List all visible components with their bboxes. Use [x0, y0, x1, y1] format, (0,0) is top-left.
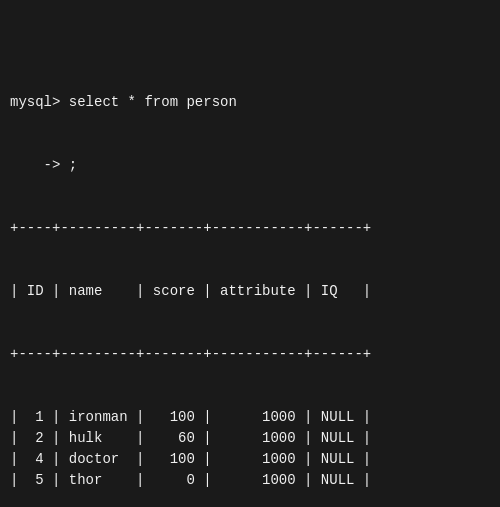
divider-top-block1: +----+---------+-------+-----------+----…	[10, 218, 490, 239]
query-block-1: mysql> select * from person -> ; +----+-…	[10, 50, 490, 507]
prompt-line-2-block1: -> ;	[10, 155, 490, 176]
table-row: | 5 | thor | 0 | 1000 | NULL |	[10, 470, 490, 491]
table-header-block1: | ID | name | score | attribute | IQ |	[10, 281, 490, 302]
divider-mid-block1: +----+---------+-------+-----------+----…	[10, 344, 490, 365]
table-rows-block1: | 1 | ironman | 100 | 1000 | NULL || 2 |…	[10, 407, 490, 491]
table-row: | 4 | doctor | 100 | 1000 | NULL |	[10, 449, 490, 470]
table-row: | 1 | ironman | 100 | 1000 | NULL |	[10, 407, 490, 428]
table-row: | 2 | hulk | 60 | 1000 | NULL |	[10, 428, 490, 449]
terminal-container: mysql> select * from person -> ; +----+-…	[10, 8, 490, 499]
prompt-line-1-block1: mysql> select * from person	[10, 92, 490, 113]
